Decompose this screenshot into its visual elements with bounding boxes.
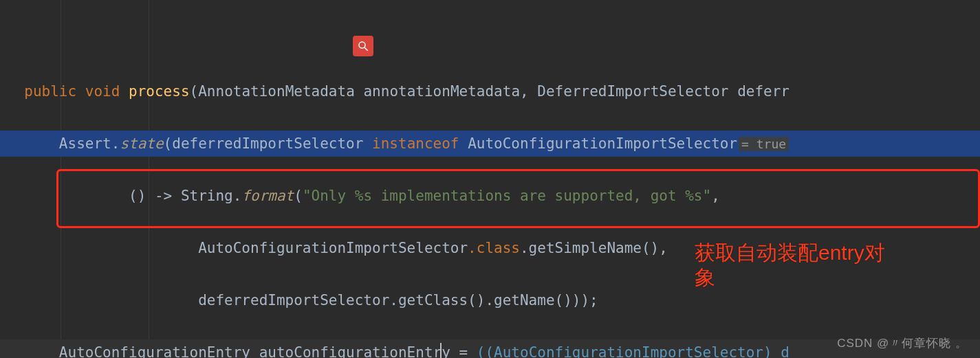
code-line[interactable]: public void process(AnnotationMetadata a…: [0, 78, 980, 104]
code-line-current[interactable]: AutoConfigurationEntry autoConfiguration…: [0, 339, 980, 358]
code-line[interactable]: AutoConfigurationImportSelector.class.ge…: [0, 235, 980, 261]
code-line[interactable]: deferredImportSelector.getClass().getNam…: [0, 287, 980, 313]
code-line-selected[interactable]: Assert.state(deferredImportSelector inst…: [0, 131, 980, 157]
text-caret: [440, 343, 442, 358]
code-line[interactable]: [0, 26, 980, 52]
code-line[interactable]: () -> String.format("Only %s implementat…: [0, 183, 980, 209]
inline-hint: = true: [739, 137, 789, 151]
code-editor[interactable]: public void process(AnnotationMetadata a…: [0, 0, 980, 358]
